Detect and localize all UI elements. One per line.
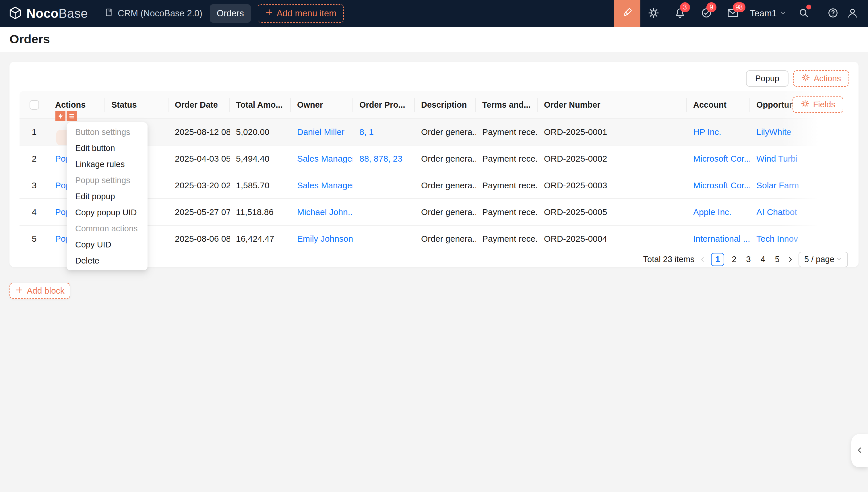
- menu-item-delete[interactable]: Delete: [67, 253, 148, 269]
- app-screen: NocoBase CRM (NocoBase 2.0) Orders Add m…: [0, 0, 868, 492]
- menu-group-common-actions: Common actions: [67, 220, 148, 237]
- order-number-cell: ORD-2025-0002: [544, 154, 607, 164]
- menu-item-linkage-rules[interactable]: Linkage rules: [67, 156, 148, 172]
- ui-editor-button[interactable]: [614, 0, 640, 27]
- page-button-3[interactable]: 3: [744, 254, 753, 264]
- row-number: 1: [32, 127, 37, 137]
- add-menu-item-button[interactable]: Add menu item: [258, 4, 344, 23]
- page-button-5[interactable]: 5: [773, 254, 782, 264]
- row-number: 2: [32, 154, 37, 164]
- terms-cell: Payment rece...: [482, 127, 538, 137]
- highlighter-icon: [620, 6, 634, 21]
- total-amount-cell: 16,424.47: [236, 234, 274, 244]
- order-date-cell: 2025-04-03 05: [175, 154, 230, 164]
- tasks-button[interactable]: 9: [693, 0, 720, 27]
- logo-cube-icon: [8, 6, 22, 21]
- column-header-total-amount: Total Amo...: [230, 91, 291, 118]
- book-icon: [104, 7, 114, 20]
- owner-link[interactable]: Daniel Miller: [297, 127, 344, 137]
- help-button[interactable]: [823, 0, 843, 27]
- menu-item-copy-uid[interactable]: Copy UID: [67, 237, 148, 253]
- pagination-total: Total 23 items: [643, 254, 695, 264]
- description-cell: Order genera...: [421, 207, 476, 217]
- app-label: CRM (NocoBase 2.0): [118, 8, 202, 19]
- column-header-order-products: Order Pro...: [353, 91, 415, 118]
- prev-page-button[interactable]: [699, 256, 706, 263]
- search-button[interactable]: [791, 0, 817, 27]
- select-all-checkbox[interactable]: [30, 100, 39, 109]
- order-number-cell: ORD-2025-0001: [544, 127, 607, 137]
- order-date-cell: 2025-03-20 02: [175, 180, 230, 190]
- nocobase-logo[interactable]: NocoBase: [8, 6, 88, 21]
- opportunity-link[interactable]: Tech Innov: [757, 234, 798, 244]
- messages-badge: 98: [733, 2, 745, 13]
- order-number-cell: ORD-2025-0004: [544, 234, 607, 244]
- nav-tab-orders[interactable]: Orders: [210, 4, 251, 23]
- nav-divider: [820, 8, 820, 18]
- account-link[interactable]: Microsoft Cor...: [693, 154, 750, 164]
- user-icon: [846, 7, 859, 20]
- opportunity-link[interactable]: Solar Farm: [757, 180, 799, 190]
- chevron-down-icon: [779, 8, 787, 19]
- button-settings-menu: Button settings Edit button Linkage rule…: [67, 122, 148, 270]
- total-amount-cell: 5,020.00: [236, 127, 270, 137]
- menu-group-popup-settings: Popup settings: [67, 172, 148, 188]
- user-menu-button[interactable]: [843, 0, 862, 27]
- actions-column-designer: [55, 111, 77, 121]
- owner-link[interactable]: Sales Manager: [297, 154, 353, 164]
- page-button-4[interactable]: 4: [758, 254, 768, 264]
- top-navbar: NocoBase CRM (NocoBase 2.0) Orders Add m…: [0, 0, 868, 27]
- account-link[interactable]: Apple Inc.: [693, 207, 731, 217]
- next-page-button[interactable]: [787, 256, 793, 263]
- settings-button[interactable]: [640, 0, 667, 27]
- row-number: 4: [32, 207, 37, 217]
- linkage-bolt-icon[interactable]: [55, 111, 66, 121]
- table-header-row: Actions Status Order Date Total Amo... O…: [20, 91, 848, 118]
- total-amount-cell: 11,518.86: [236, 207, 274, 217]
- menu-item-edit-button[interactable]: Edit button: [67, 140, 148, 156]
- opportunity-link[interactable]: LilyWhite: [757, 127, 791, 137]
- gear-icon: [800, 99, 810, 110]
- account-link[interactable]: Microsoft Cor...: [693, 180, 750, 190]
- messages-button[interactable]: 98: [720, 0, 746, 27]
- notifications-button[interactable]: 3: [667, 0, 693, 27]
- description-cell: Order genera...: [421, 234, 476, 244]
- menu-item-copy-popup-uid[interactable]: Copy popup UID: [67, 204, 148, 220]
- owner-link[interactable]: Sales Manager: [297, 180, 353, 190]
- table-action-bar: Popup Actions: [746, 70, 849, 87]
- page-header: Orders: [0, 27, 868, 52]
- row-number: 3: [32, 180, 37, 190]
- terms-cell: Payment rece...: [482, 234, 538, 244]
- total-amount-cell: 1,585.70: [236, 180, 270, 190]
- logo-text: NocoBase: [26, 6, 88, 21]
- gear-icon: [801, 73, 810, 84]
- chevron-down-icon: [836, 254, 842, 264]
- opportunity-link[interactable]: Wind Turbi: [757, 154, 797, 164]
- page-size-select[interactable]: 5 / page: [798, 252, 848, 267]
- description-cell: Order genera...: [421, 127, 476, 137]
- account-link[interactable]: International ...: [693, 234, 750, 244]
- column-header-owner: Owner: [291, 91, 353, 118]
- configure-fields-button[interactable]: Fields: [793, 96, 843, 113]
- terms-cell: Payment rece...: [482, 180, 538, 190]
- owner-link[interactable]: Michael John...: [297, 207, 353, 217]
- menu-list-icon[interactable]: [67, 111, 77, 121]
- notifications-badge: 3: [680, 2, 690, 13]
- configure-actions-button[interactable]: Actions: [793, 70, 849, 87]
- account-link[interactable]: HP Inc.: [693, 127, 721, 137]
- page-button-2[interactable]: 2: [729, 254, 739, 264]
- app-switcher[interactable]: CRM (NocoBase 2.0): [104, 7, 202, 20]
- add-block-button[interactable]: Add block: [9, 283, 70, 299]
- page-button-1[interactable]: 1: [711, 253, 724, 266]
- team-selector[interactable]: Team1: [746, 0, 791, 27]
- order-products-links[interactable]: 88, 878, 23: [359, 154, 402, 164]
- order-products-links[interactable]: 8, 1: [359, 127, 374, 137]
- column-header-account: Account: [687, 91, 750, 118]
- column-header-order-date: Order Date: [169, 91, 230, 118]
- collapse-drawer-handle[interactable]: [851, 434, 868, 467]
- order-date-cell: 2025-08-12 08: [175, 127, 230, 137]
- owner-link[interactable]: Emily Johnson: [297, 234, 353, 244]
- menu-item-edit-popup[interactable]: Edit popup: [67, 188, 148, 204]
- popup-toolbar-button[interactable]: Popup: [746, 70, 789, 87]
- opportunity-link[interactable]: AI Chatbot: [757, 207, 797, 217]
